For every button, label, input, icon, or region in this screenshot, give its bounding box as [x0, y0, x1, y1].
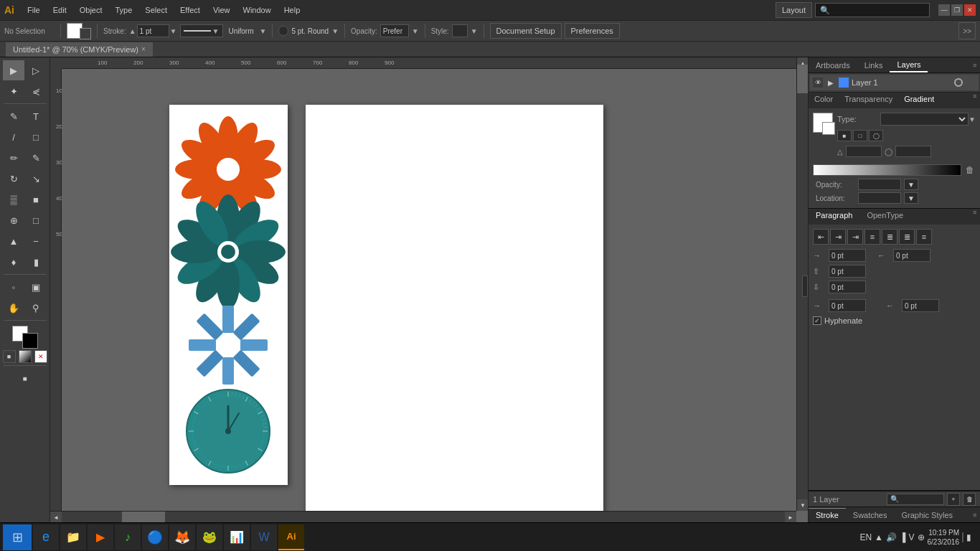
opacity-input[interactable]	[380, 24, 409, 37]
gradient-delete-button[interactable]: 🗑	[964, 164, 976, 176]
stroke-color-swatch[interactable]	[80, 28, 91, 39]
warp-tool[interactable]: ▒	[3, 189, 24, 209]
space-before-input[interactable]	[829, 265, 866, 278]
gradient-location-dropdown[interactable]: ▼	[904, 192, 918, 204]
scroll-right-arrow[interactable]: ►	[785, 512, 796, 522]
menu-view[interactable]: View	[207, 4, 236, 17]
canvas-content[interactable]	[62, 69, 796, 511]
stroke-tab[interactable]: Stroke	[809, 508, 846, 522]
start-button[interactable]: ⊞	[3, 524, 32, 550]
toolbar-options-button[interactable]: >>	[958, 22, 976, 39]
color-tab[interactable]: Color	[809, 93, 839, 108]
lasso-tool[interactable]: ⋞	[25, 81, 47, 101]
stroke-dropdown-arrow[interactable]: ▼	[212, 27, 220, 35]
horizontal-scrollbar[interactable]: ◄ ►	[50, 511, 796, 522]
stroke-both-btn[interactable]: ◯	[869, 130, 883, 141]
doc-setup-button[interactable]: Document Setup	[490, 23, 562, 39]
pencil-tool[interactable]: ✎	[25, 148, 47, 168]
stroke-preview-swatch[interactable]	[822, 122, 835, 135]
artboards-tab[interactable]: Artboards	[809, 59, 857, 72]
paragraph-tab[interactable]: Paragraph	[809, 209, 859, 225]
taskbar-explorer[interactable]: 📁	[60, 524, 86, 550]
canvas-area[interactable]: 100200 300400 500600 700800 900 100 200 …	[50, 57, 808, 522]
layout-button[interactable]: Layout	[776, 2, 812, 18]
layer-visibility-toggle[interactable]: 👁	[813, 77, 823, 88]
layer-expand-arrow[interactable]: ▶	[826, 77, 836, 88]
preferences-button[interactable]: Preferences	[565, 23, 620, 39]
system-icon[interactable]: ⊕	[918, 532, 925, 542]
none-mode-button[interactable]: ✕	[34, 350, 47, 363]
gradient-opacity-input[interactable]	[858, 179, 901, 190]
gradient-opacity-dropdown[interactable]: ▼	[904, 179, 918, 190]
menu-help[interactable]: Help	[278, 4, 306, 17]
gradient-tool[interactable]: □	[25, 210, 47, 230]
eyedropper-tool[interactable]: ▲	[3, 231, 24, 251]
close-button[interactable]: ✕	[964, 4, 976, 16]
search-input[interactable]	[815, 3, 930, 17]
style-dropdown-arrow[interactable]: ▼	[471, 27, 478, 35]
menu-select[interactable]: Select	[139, 4, 173, 17]
gradient-location-input[interactable]	[858, 192, 901, 204]
network-icon[interactable]: ▲	[875, 532, 883, 542]
artboard-tool[interactable]: ◦	[3, 277, 24, 297]
layer-row[interactable]: 👁 ▶ Layer 1	[810, 75, 979, 90]
layer-target-indicator[interactable]	[954, 78, 963, 87]
bottom-panel-menu[interactable]: ≡	[971, 512, 980, 519]
delete-layer-button[interactable]: 🗑	[963, 493, 976, 506]
taskbar-app7[interactable]: 📊	[224, 524, 250, 550]
graphic-styles-tab[interactable]: Graphic Styles	[895, 509, 961, 522]
shape-builder-tool[interactable]: ⊕	[3, 210, 24, 230]
justify-left-btn[interactable]: ≡	[864, 229, 880, 245]
paragraph-panel-menu[interactable]: ≡	[971, 209, 980, 225]
left-indent-input[interactable]	[829, 249, 866, 262]
menu-window[interactable]: Window	[237, 4, 277, 17]
opacity-dropdown-arrow[interactable]: ▼	[412, 27, 419, 35]
menu-edit[interactable]: Edit	[47, 4, 72, 17]
style-swatch[interactable]	[452, 24, 468, 37]
gradient-mode-button[interactable]	[19, 350, 32, 363]
volume-icon[interactable]: 🔊	[886, 532, 897, 542]
menu-effect[interactable]: Effect	[174, 4, 206, 17]
minimize-button[interactable]: —	[938, 4, 950, 16]
stroke-fill-btn[interactable]: ■	[837, 130, 852, 141]
justify-right-btn[interactable]: ≣	[899, 229, 915, 245]
menu-object[interactable]: Object	[74, 4, 108, 17]
gradient-preview-swatch[interactable]	[813, 113, 833, 133]
menu-file[interactable]: File	[22, 4, 46, 17]
taskbar-music[interactable]: ♪	[115, 524, 141, 550]
blend-tool[interactable]: ♦	[3, 252, 24, 272]
artboard-main[interactable]	[306, 105, 603, 511]
gradient-aspect-input[interactable]	[895, 146, 931, 157]
layers-tab[interactable]: Layers	[890, 58, 928, 72]
taskbar-app6[interactable]: 🐸	[197, 524, 222, 550]
justify-center-btn[interactable]: ≣	[882, 229, 897, 245]
slice-tool[interactable]: ▣	[25, 277, 47, 297]
magic-wand-tool[interactable]: ✦	[3, 81, 24, 101]
show-desktop-btn[interactable]: ▮	[962, 532, 971, 542]
document-tab[interactable]: Untitled-1* @ 70% (CMYK/Preview) ×	[6, 42, 153, 57]
stroke-stroke-btn[interactable]: □	[853, 130, 867, 141]
line-tool[interactable]: /	[3, 127, 24, 147]
color-mode-button[interactable]: ■	[3, 350, 16, 363]
stroke-color-box[interactable]	[22, 333, 38, 349]
brush-dropdown-arrow[interactable]: ▼	[331, 27, 339, 35]
taskbar-chrome[interactable]: 🔵	[142, 524, 168, 550]
extra-indent2-input[interactable]	[902, 299, 939, 312]
menu-type[interactable]: Type	[110, 4, 138, 17]
pen-tool[interactable]: ✎	[3, 106, 24, 126]
selection-tool[interactable]: ▶	[3, 60, 24, 80]
scroll-thumb-vertical[interactable]	[797, 65, 808, 93]
lang-indicator[interactable]: EN	[859, 532, 872, 542]
align-center-btn[interactable]: ⇥	[830, 229, 846, 245]
taskbar-firefox[interactable]: 🦊	[169, 524, 195, 550]
extra-indent-input[interactable]	[829, 299, 866, 312]
measure-tool[interactable]: −	[25, 231, 47, 251]
layer-search-input[interactable]	[887, 494, 944, 505]
stroke-arrow-down[interactable]: ▼	[170, 27, 177, 35]
align-right-btn[interactable]: ⇥	[847, 229, 863, 245]
gradient-bar[interactable]	[813, 164, 961, 176]
justify-all-btn[interactable]: ≡	[916, 229, 932, 245]
direct-selection-tool[interactable]: ▷	[25, 60, 47, 80]
stroke-arrow-up[interactable]: ▲	[129, 27, 136, 35]
restore-button[interactable]: ❐	[951, 4, 963, 16]
